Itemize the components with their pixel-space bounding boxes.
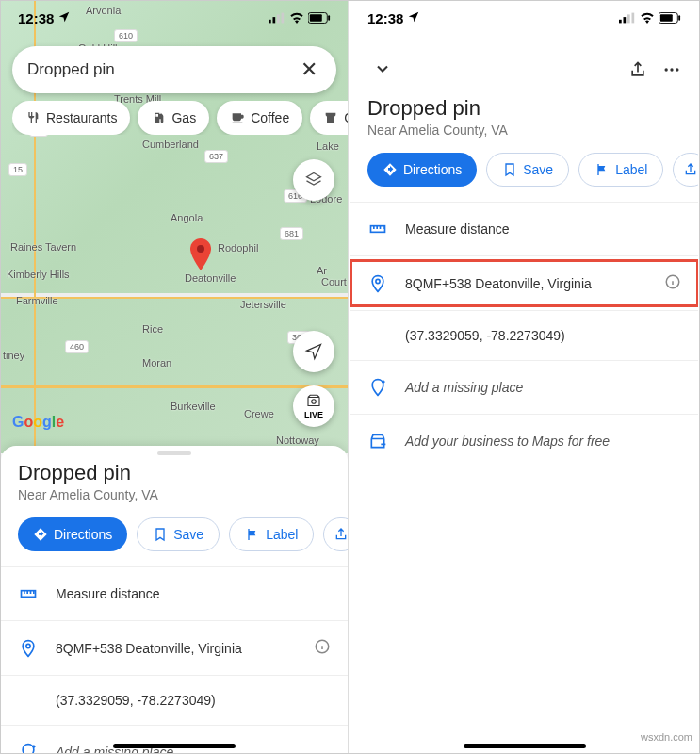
btn-label: Save bbox=[173, 527, 203, 542]
map-route: 681 bbox=[280, 227, 303, 240]
directions-icon bbox=[383, 162, 398, 177]
save-button[interactable]: Save bbox=[486, 153, 569, 187]
home-indicator[interactable] bbox=[113, 744, 236, 748]
chip-gas[interactable]: Gas bbox=[138, 101, 209, 135]
btn-label: Save bbox=[523, 162, 553, 177]
svg-rect-15 bbox=[632, 12, 635, 23]
share-icon[interactable] bbox=[628, 60, 647, 83]
measure-distance-item[interactable]: Measure distance bbox=[350, 206, 698, 252]
ruler-icon bbox=[367, 220, 388, 238]
svg-rect-17 bbox=[660, 14, 673, 21]
share-button[interactable] bbox=[673, 153, 698, 187]
map-label: tiney bbox=[3, 350, 24, 361]
location-arrow-icon bbox=[57, 10, 71, 26]
directions-button[interactable]: Directions bbox=[367, 153, 477, 187]
add-business-item[interactable]: Add your business to Maps for free bbox=[350, 418, 698, 464]
map-route: 460 bbox=[65, 340, 89, 353]
chip-label: Gas bbox=[171, 110, 196, 125]
collapse-chevron-icon[interactable] bbox=[367, 54, 398, 89]
map-label: Moran bbox=[142, 357, 171, 369]
my-location-button[interactable] bbox=[293, 331, 334, 372]
svg-rect-2 bbox=[277, 14, 280, 23]
dropped-pin-marker[interactable] bbox=[189, 238, 212, 270]
cellular-icon bbox=[269, 10, 285, 26]
coordinates-item[interactable]: (37.3329059, -78.2273049) bbox=[1, 680, 348, 721]
gas-icon bbox=[151, 110, 166, 125]
battery-icon bbox=[659, 10, 681, 26]
map-label: Farmville bbox=[16, 295, 58, 306]
ruler-icon bbox=[18, 584, 39, 603]
measure-distance-item[interactable]: Measure distance bbox=[1, 571, 348, 616]
status-bar: 12:38 bbox=[350, 1, 698, 35]
svg-point-10 bbox=[26, 644, 30, 647]
search-input[interactable]: Dropped pin bbox=[27, 60, 297, 79]
status-time: 12:38 bbox=[18, 10, 54, 26]
directions-icon bbox=[33, 527, 48, 542]
map-label: Crewe bbox=[244, 408, 274, 419]
flag-icon bbox=[594, 162, 610, 177]
map-label: Jetersville bbox=[240, 299, 286, 310]
map-label: Deatonville bbox=[185, 272, 236, 284]
add-missing-place-item[interactable]: Add a missing place bbox=[1, 729, 348, 753]
add-missing-place-item[interactable]: Add a missing place bbox=[350, 365, 698, 410]
list-item-label: Add your business to Maps for free bbox=[405, 434, 681, 449]
info-icon[interactable] bbox=[314, 638, 331, 658]
share-button[interactable] bbox=[323, 517, 348, 551]
coffee-icon bbox=[230, 110, 245, 125]
map-label: Rodophil bbox=[218, 242, 258, 254]
btn-label: Label bbox=[615, 162, 647, 177]
list-item-label: Measure distance bbox=[56, 586, 331, 601]
restaurant-icon bbox=[25, 110, 41, 125]
bookmark-icon bbox=[153, 527, 168, 542]
svg-point-19 bbox=[665, 68, 668, 71]
svg-rect-6 bbox=[328, 15, 330, 21]
chip-coffee[interactable]: Coffee bbox=[217, 101, 302, 135]
map-label: Lake bbox=[317, 140, 339, 152]
share-icon bbox=[683, 162, 698, 177]
btn-label: Label bbox=[266, 527, 298, 542]
svg-point-20 bbox=[670, 68, 673, 71]
more-icon[interactable] bbox=[662, 60, 681, 83]
add-location-icon bbox=[18, 743, 39, 753]
chip-restaurants[interactable]: Restaurants bbox=[12, 101, 130, 135]
home-indicator[interactable] bbox=[464, 744, 586, 748]
label-button[interactable]: Label bbox=[229, 517, 314, 551]
plus-code-item[interactable]: 8QMF+538 Deatonville, Virginia bbox=[1, 625, 348, 671]
map-route: 15 bbox=[8, 163, 27, 176]
svg-rect-13 bbox=[624, 17, 627, 23]
coordinates-item[interactable]: (37.3329059, -78.2273049) bbox=[350, 315, 698, 356]
share-icon bbox=[334, 527, 348, 542]
save-button[interactable]: Save bbox=[137, 517, 220, 551]
svg-rect-12 bbox=[619, 19, 622, 23]
cellular-icon bbox=[619, 10, 636, 26]
layers-button[interactable] bbox=[293, 159, 334, 201]
pin-outline-icon bbox=[18, 639, 39, 658]
list-item-label: (37.3329059, -78.2273049) bbox=[56, 693, 331, 708]
btn-label: Directions bbox=[403, 162, 462, 177]
chip-label: Restaurants bbox=[46, 110, 117, 125]
pin-outline-icon bbox=[367, 274, 388, 293]
bottom-sheet[interactable]: Dropped pin Near Amelia County, VA Direc… bbox=[1, 446, 348, 753]
search-box[interactable]: Dropped pin ✕ bbox=[12, 46, 336, 93]
list-item-label: 8QMF+538 Deatonville, Virginia bbox=[405, 276, 647, 291]
label-button[interactable]: Label bbox=[578, 153, 663, 187]
map-label: Nottoway bbox=[276, 434, 319, 446]
battery-icon bbox=[308, 10, 331, 26]
map-route: 637 bbox=[204, 150, 228, 163]
clear-search-icon[interactable]: ✕ bbox=[297, 57, 321, 82]
svg-rect-0 bbox=[269, 19, 271, 23]
svg-rect-18 bbox=[678, 15, 680, 21]
store-icon bbox=[323, 110, 338, 125]
map-label: Raines Tavern bbox=[10, 241, 76, 253]
watermark: wsxdn.com bbox=[641, 731, 692, 743]
live-view-button[interactable]: LIVE bbox=[293, 385, 334, 427]
directions-button[interactable]: Directions bbox=[18, 517, 127, 551]
wifi-icon bbox=[289, 10, 304, 26]
plus-code-item[interactable]: 8QMF+538 Deatonville, Virginia bbox=[350, 260, 698, 306]
chip-convenience[interactable]: Conve bbox=[310, 101, 348, 135]
list-item-label: (37.3329059, -78.2273049) bbox=[405, 328, 681, 343]
sheet-subtitle: Near Amelia County, VA bbox=[1, 485, 348, 512]
location-arrow-icon bbox=[407, 10, 420, 26]
svg-rect-5 bbox=[310, 14, 322, 21]
info-icon[interactable] bbox=[664, 273, 681, 293]
